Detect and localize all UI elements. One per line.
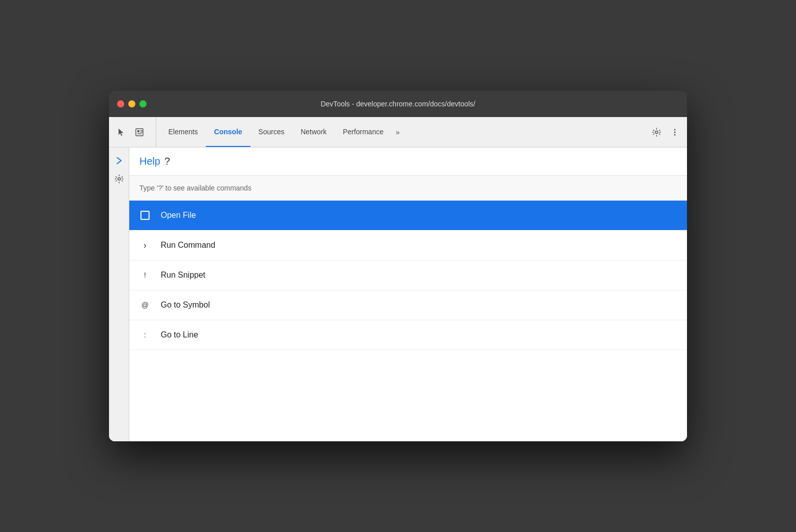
svg-point-7	[674, 134, 676, 135]
svg-rect-1	[137, 130, 139, 132]
tab-bar: Elements Console Sources Network Perform…	[109, 117, 687, 147]
go-to-line-icon: :	[139, 329, 151, 340]
tab-sources[interactable]: Sources	[250, 117, 293, 147]
go-to-symbol-icon: @	[139, 299, 151, 311]
open-file-icon	[139, 210, 151, 221]
command-run-command[interactable]: › Run Command	[129, 231, 687, 260]
svg-point-5	[674, 129, 676, 130]
go-to-line-label: Go to Line	[161, 330, 198, 339]
help-label: Help	[139, 156, 160, 167]
sidebar-icon-button[interactable]	[112, 154, 126, 168]
run-command-label: Run Command	[161, 241, 215, 250]
toolbar-icons	[113, 117, 156, 147]
command-list: Open File › Run Command ! Run Snippet	[129, 201, 687, 441]
tab-console[interactable]: Console	[206, 117, 250, 147]
tab-more-button[interactable]: »	[391, 117, 404, 147]
command-go-to-line[interactable]: : Go to Line	[129, 320, 687, 350]
tab-bar-right	[644, 124, 683, 140]
help-cursor: ?	[164, 156, 170, 167]
close-button[interactable]	[117, 100, 124, 107]
svg-point-6	[674, 131, 676, 133]
command-open-file[interactable]: Open File	[129, 201, 687, 231]
tabs-container: Elements Console Sources Network Perform…	[160, 117, 644, 147]
go-to-symbol-label: Go to Symbol	[161, 300, 210, 310]
title-bar: DevTools - developer.chrome.com/docs/dev…	[109, 91, 687, 117]
minimize-button[interactable]	[128, 100, 135, 107]
help-subtext: Type '?' to see available commands	[129, 176, 687, 201]
tab-elements[interactable]: Elements	[160, 117, 206, 147]
more-options-icon[interactable]	[667, 124, 683, 140]
settings-sidebar-icon[interactable]	[112, 172, 126, 186]
command-go-to-symbol[interactable]: @ Go to Symbol	[129, 290, 687, 320]
window-title: DevTools - developer.chrome.com/docs/dev…	[320, 100, 475, 108]
tab-performance[interactable]: Performance	[335, 117, 391, 147]
inspect-icon[interactable]	[131, 124, 148, 140]
run-command-icon: ›	[139, 240, 151, 251]
traffic-lights	[117, 100, 147, 107]
settings-gear-icon[interactable]	[648, 124, 665, 140]
help-header: Help ?	[129, 147, 687, 176]
browser-window: DevTools - developer.chrome.com/docs/dev…	[109, 91, 687, 441]
run-snippet-label: Run Snippet	[161, 271, 205, 280]
tab-network[interactable]: Network	[293, 117, 335, 147]
cursor-icon[interactable]	[113, 124, 129, 140]
devtools-panel: Elements Console Sources Network Perform…	[109, 117, 687, 441]
maximize-button[interactable]	[139, 100, 147, 107]
content-panel: Help ? Type '?' to see available command…	[129, 147, 687, 441]
main-content: Help ? Type '?' to see available command…	[109, 147, 687, 441]
run-snippet-icon: !	[139, 270, 151, 281]
sidebar	[109, 147, 129, 441]
command-run-snippet[interactable]: ! Run Snippet	[129, 260, 687, 290]
open-file-label: Open File	[161, 211, 196, 220]
